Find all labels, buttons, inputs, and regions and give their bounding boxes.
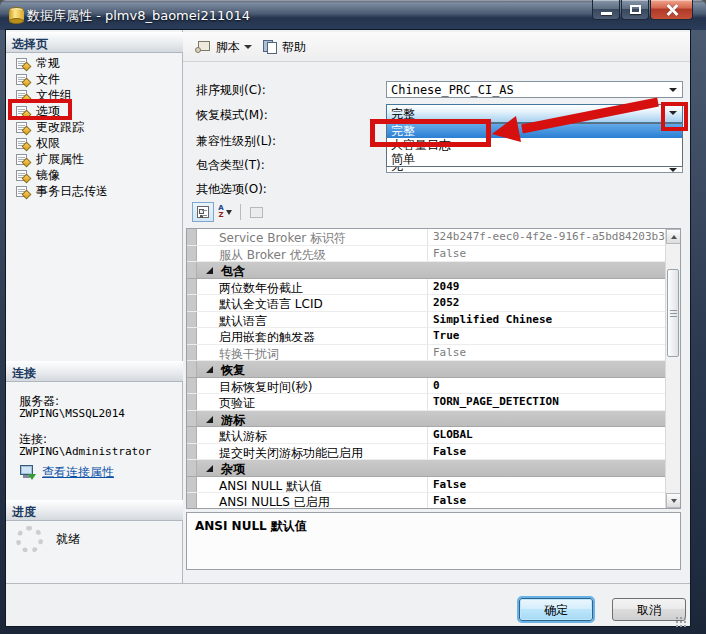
grid-property-row[interactable]: 提交时关闭游标功能已启用False bbox=[187, 444, 665, 461]
property-value[interactable]: 2052 bbox=[428, 295, 665, 311]
property-name: 默认语言 bbox=[197, 312, 428, 328]
progress-status: 就绪 bbox=[56, 531, 80, 548]
sidebar-page-item[interactable]: 镜像 bbox=[16, 167, 60, 183]
property-value[interactable]: False bbox=[428, 345, 665, 361]
category-expand-icon bbox=[206, 465, 213, 472]
property-value[interactable]: 0 bbox=[428, 378, 665, 394]
sidebar-page-item[interactable]: 文件 bbox=[16, 71, 60, 87]
property-grid: Service Broker 标识符324b247f-eec0-4f2e-916… bbox=[186, 228, 681, 509]
grid-property-row[interactable]: 页验证TORN_PAGE_DETECTION bbox=[187, 394, 665, 411]
sidebar-page-item[interactable]: 扩展属性 bbox=[16, 151, 84, 167]
recovery-model-label: 恢复模式(M): bbox=[196, 107, 268, 124]
sidebar-page-item[interactable]: 事务日志传送 bbox=[16, 183, 108, 199]
grid-property-row[interactable]: 默认游标GLOBAL bbox=[187, 427, 665, 444]
page-icon bbox=[16, 73, 30, 86]
annotation-box-full-option bbox=[370, 119, 491, 147]
property-name: 目标恢复时间(秒) bbox=[197, 378, 428, 394]
page-icon bbox=[16, 57, 30, 70]
sidebar-page-label: 常规 bbox=[36, 55, 60, 72]
grid-property-row[interactable]: 目标恢复时间(秒)0 bbox=[187, 378, 665, 395]
categorized-icon bbox=[197, 206, 209, 218]
sidebar-page-label: 事务日志传送 bbox=[36, 183, 108, 200]
script-button[interactable]: 脚本 bbox=[191, 37, 256, 57]
grid-property-row[interactable]: ANSI NULL 默认值False bbox=[187, 477, 665, 494]
ok-button[interactable]: 确定 bbox=[519, 598, 593, 621]
grid-property-row[interactable]: 服从 Broker 优先级False bbox=[187, 246, 665, 263]
sidebar-page-item[interactable]: 权限 bbox=[16, 135, 60, 151]
property-value[interactable]: TORN_PAGE_DETECTION bbox=[428, 394, 665, 410]
property-pages-button bbox=[245, 202, 267, 222]
row-selector-strip bbox=[187, 477, 197, 493]
alphabetical-sort-button[interactable]: AZ bbox=[214, 202, 236, 222]
row-selector-strip bbox=[187, 493, 197, 509]
row-selector-strip bbox=[187, 361, 197, 378]
row-selector-strip bbox=[187, 345, 197, 361]
help-button[interactable]: 帮助 bbox=[259, 37, 310, 57]
property-value[interactable]: False bbox=[428, 444, 665, 460]
dropdown-option[interactable]: 简单 bbox=[387, 152, 682, 166]
grid-category-row[interactable]: 游标 bbox=[187, 411, 665, 428]
row-selector-strip bbox=[187, 328, 197, 344]
property-value[interactable]: False bbox=[428, 477, 665, 493]
row-selector-strip bbox=[187, 460, 197, 477]
property-value[interactable]: 324b247f-eec0-4f2e-916f-a5bd84203b36 bbox=[428, 229, 665, 245]
grid-property-row[interactable]: Service Broker 标识符324b247f-eec0-4f2e-916… bbox=[187, 229, 665, 246]
property-name: ANSI NULLS 已启用 bbox=[197, 493, 428, 509]
property-name: 提交时关闭游标功能已启用 bbox=[197, 444, 428, 460]
close-button[interactable] bbox=[650, 0, 693, 20]
grid-category-row[interactable]: 杂项 bbox=[187, 460, 665, 477]
title-bar: 数据库属性 - plmv8_baomei211014 bbox=[0, 0, 706, 30]
view-connection-properties-link[interactable]: 查看连接属性 bbox=[42, 464, 114, 481]
scroll-up-button[interactable] bbox=[666, 229, 681, 244]
category-label: 包含 bbox=[221, 264, 245, 278]
sidebar-page-label: 权限 bbox=[36, 135, 60, 152]
grid-property-row[interactable]: 默认全文语言 LCID2052 bbox=[187, 295, 665, 312]
grid-property-row[interactable]: 默认语言Simplified Chinese bbox=[187, 312, 665, 329]
grid-scrollbar[interactable] bbox=[665, 229, 680, 508]
sidebar-page-item[interactable]: 更改跟踪 bbox=[16, 119, 84, 135]
property-value[interactable]: Simplified Chinese bbox=[428, 312, 665, 328]
toolbar-separator bbox=[240, 204, 241, 220]
property-value[interactable]: 2049 bbox=[428, 279, 665, 295]
server-value: ZWPING\MSSQL2014 bbox=[19, 407, 125, 420]
property-pages-icon bbox=[250, 207, 263, 218]
sort-az-icon: AZ bbox=[218, 205, 223, 219]
category-expand-icon bbox=[206, 416, 213, 423]
categorized-view-button[interactable] bbox=[192, 202, 214, 222]
database-icon bbox=[9, 7, 24, 24]
minimize-button[interactable] bbox=[592, 0, 620, 20]
grid-property-row[interactable]: 两位数年份截止2049 bbox=[187, 279, 665, 296]
category-expand-icon bbox=[206, 366, 213, 373]
grid-property-row[interactable]: 启用嵌套的触发器True bbox=[187, 328, 665, 345]
help-button-label: 帮助 bbox=[282, 39, 306, 56]
property-name: Service Broker 标识符 bbox=[197, 229, 428, 245]
other-options-label: 其他选项(O): bbox=[196, 181, 267, 198]
maximize-icon bbox=[630, 5, 641, 14]
property-value[interactable]: False bbox=[428, 493, 665, 509]
maximize-button[interactable] bbox=[621, 0, 649, 20]
script-icon bbox=[195, 40, 212, 54]
grid-category-row[interactable]: 包含 bbox=[187, 262, 665, 279]
property-name: ANSI NULL 默认值 bbox=[197, 477, 428, 493]
collation-label: 排序规则(C): bbox=[196, 82, 266, 99]
footer-divider bbox=[6, 583, 690, 584]
category-expand-icon bbox=[206, 267, 213, 274]
sidebar-page-item[interactable]: 常规 bbox=[16, 55, 60, 71]
grid-property-row[interactable]: 转换干扰词False bbox=[187, 345, 665, 362]
resize-grip-icon[interactable] bbox=[675, 616, 687, 628]
property-name: 两位数年份截止 bbox=[197, 279, 428, 295]
property-value[interactable]: GLOBAL bbox=[428, 427, 665, 443]
grid-category-row[interactable]: 恢复 bbox=[187, 361, 665, 378]
grid-property-row[interactable]: ANSI NULLS 已启用False bbox=[187, 493, 665, 509]
sort-arrow-icon bbox=[226, 210, 232, 215]
scrollbar-thumb[interactable] bbox=[667, 269, 679, 357]
property-value[interactable]: False bbox=[428, 246, 665, 262]
scroll-down-button[interactable] bbox=[666, 493, 681, 508]
scroll-up-icon bbox=[671, 235, 677, 239]
property-value[interactable]: True bbox=[428, 328, 665, 344]
category-label: 杂项 bbox=[221, 462, 245, 476]
progress-spinner-icon bbox=[16, 526, 43, 553]
script-button-label: 脚本 bbox=[216, 39, 240, 56]
window-title: 数据库属性 - plmv8_baomei211014 bbox=[27, 7, 250, 25]
annotation-box-options-page bbox=[8, 99, 72, 120]
